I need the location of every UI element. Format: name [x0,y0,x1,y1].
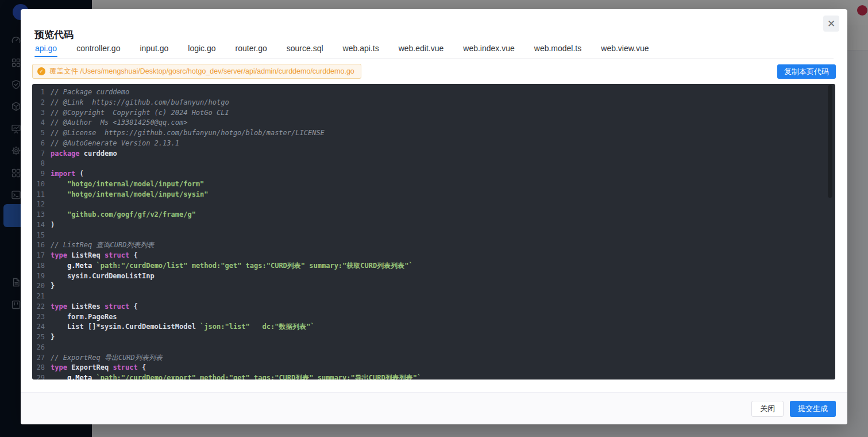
code-line: 23 form.PageRes [32,312,835,323]
tab-source.sql[interactable]: source.sql [286,41,324,58]
code-line: 4// @Author Ms <133814250@qq.com> [32,118,835,128]
close-icon[interactable]: ✕ [823,16,839,32]
code-line: 10 "hotgo/internal/model/input/form" [32,179,835,190]
code-line: 16// ListReq 查询CURD列表列表 [32,240,835,251]
tab-logic.go[interactable]: logic.go [187,41,216,58]
modal-footer: 关闭 提交生成 [21,392,847,424]
code-line: 14) [32,220,835,231]
overwrite-notice-text: 覆盖文件 /Users/mengshuai/Desktop/gosrc/hotg… [49,67,354,76]
overwrite-label: 覆盖文件 [49,67,80,75]
tab-router.go[interactable]: router.go [235,41,268,58]
code-editor[interactable]: 1// Package curddemo2// @Link https://gi… [32,84,835,379]
code-line: 8 [32,159,835,169]
tab-api.go[interactable]: api.go [34,41,57,58]
code-line: 17type ListReq struct { [32,251,835,261]
close-button[interactable]: 关闭 [751,401,784,417]
code-line: 26 [32,343,835,353]
code-line: 28type ExportReq struct { [32,363,835,373]
code-line: 27// ExportReq 导出CURD列表列表 [32,353,835,363]
check-circle-icon: ✓ [37,67,45,75]
tab-controller.go[interactable]: controller.go [76,41,121,58]
code-line: 2// @Link https://github.com/bufanyun/ho… [32,98,835,108]
code-line: 13 "github.com/gogf/gf/v2/frame/g" [32,210,835,220]
code-line: 22type ListRes struct { [32,302,835,312]
code-line: 24 List []*sysin.CurdDemoListModel `json… [32,322,835,332]
code-line: 7package curddemo [32,149,835,159]
tab-web.edit.vue[interactable]: web.edit.vue [398,41,445,58]
tab-web.index.vue[interactable]: web.index.vue [462,41,515,58]
tab-input.go[interactable]: input.go [139,41,169,58]
code-line: 11 "hotgo/internal/model/input/sysin" [32,190,835,200]
overwrite-path: /Users/mengshuai/Desktop/gosrc/hotgo_dev… [80,67,354,75]
code-line: 6// @AutoGenerate Version 2.13.1 [32,139,835,149]
code-line: 5// @License https://github.com/bufanyun… [32,128,835,139]
code-line: 19 sysin.CurdDemoListInp [32,271,835,282]
file-tabs: api.gocontroller.goinput.gologic.goroute… [34,41,834,59]
code-line: 1// Package curddemo [32,87,835,98]
code-line: 29 g.Meta `path:"/curdDemo/export" metho… [32,373,835,379]
scrollbar-thumb[interactable] [828,85,832,198]
code-line: 25} [32,332,835,343]
overwrite-notice: ✓ 覆盖文件 /Users/mengshuai/Desktop/gosrc/ho… [32,64,361,79]
code-line: 20} [32,281,835,292]
screen: 预览代码 ✕ api.gocontroller.goinput.gologic.… [0,0,868,437]
copy-code-button[interactable]: 复制本页代码 [777,64,836,79]
code-line: 9import ( [32,169,835,179]
code-line: 21 [32,292,835,302]
tab-web.view.vue[interactable]: web.view.vue [600,41,649,58]
code-line: 18 g.Meta `path:"/curdDemo/list" method:… [32,261,835,271]
code-lines: 1// Package curddemo2// @Link https://gi… [32,84,835,379]
preview-code-modal: 预览代码 ✕ api.gocontroller.goinput.gologic.… [21,9,847,424]
submit-generate-button[interactable]: 提交生成 [790,401,836,417]
tab-web.model.ts[interactable]: web.model.ts [534,41,582,58]
modal-title: 预览代码 [34,28,74,41]
code-line: 3// @Copyright Copyright (c) 2024 HotGo … [32,108,835,118]
code-line: 12 [32,200,835,210]
code-line: 15 [32,231,835,241]
tab-web.api.ts[interactable]: web.api.ts [342,41,380,58]
